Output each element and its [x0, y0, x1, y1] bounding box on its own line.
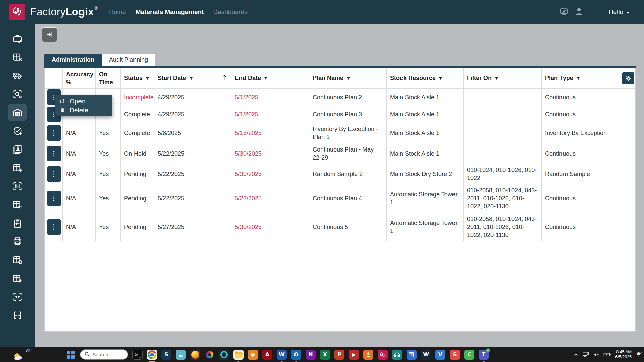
user-icon[interactable] [574, 6, 584, 18]
row-menu-button[interactable] [47, 191, 61, 206]
taskbar-outlook-icon[interactable]: O [291, 350, 301, 360]
taskbar-powerpoint-icon[interactable]: P [334, 350, 344, 360]
row-menu-button[interactable] [47, 125, 61, 141]
nav-item-materials-management[interactable]: Materials Management [136, 8, 204, 16]
network-display-icon[interactable] [582, 351, 589, 358]
table-row[interactable]: N/AYesPending5/27/20255/30/2025Continuou… [45, 213, 636, 241]
taskbar-pointer-app-icon[interactable]: ▶ [349, 350, 359, 360]
sidebar-item-truck-check[interactable] [9, 68, 26, 83]
taskbar-terminal-icon[interactable]: >_ [132, 350, 143, 360]
nav-item-dashboards[interactable]: Dashboards [213, 8, 247, 16]
sidebar-item-table-export[interactable] [9, 160, 26, 175]
col-header-plan_name[interactable]: Plan Name [309, 68, 387, 89]
sidebar-item-contact-card[interactable] [9, 141, 26, 157]
table-row[interactable]: N/AYesPending5/22/20255/23/2025Continuou… [45, 184, 636, 213]
taskbar-workstation-icon[interactable] [407, 350, 417, 360]
taskbar-w-admin-icon[interactable]: W [421, 350, 431, 360]
context-menu-item-delete[interactable]: Delete [55, 106, 112, 115]
taskbar-word-icon[interactable]: W [277, 350, 287, 360]
nav-item-home[interactable]: Home [109, 8, 126, 16]
taskbar-teams-icon[interactable]: T [479, 350, 489, 360]
taskbar-people-app-icon[interactable] [363, 350, 373, 360]
taskbar-visio-icon[interactable]: V [435, 350, 445, 360]
filter-funnel-icon[interactable] [264, 75, 268, 83]
col-header-settings[interactable] [619, 68, 636, 89]
taskbar-acrobat-icon[interactable]: A [262, 350, 272, 360]
factorylogix-logo[interactable] [9, 4, 25, 20]
col-header-plan_type[interactable]: Plan Type [542, 68, 619, 89]
weather-temp: 72° [25, 348, 32, 353]
filter-funnel-icon[interactable] [145, 75, 150, 83]
sidebar-item-scan-search[interactable] [9, 86, 26, 102]
main-panel: AdministrationAudit Planning Accuracy %O… [44, 54, 636, 332]
col-header-stock_resource[interactable]: Stock Resource [387, 68, 464, 89]
taskbar-chrome-icon[interactable] [147, 350, 157, 360]
cell-plan_name: Continuous Plan - May 22-29 [309, 143, 387, 164]
taskbar-search[interactable] [80, 349, 128, 360]
table-row[interactable]: N/AYesPending5/22/20255/30/2025Random Sa… [45, 164, 636, 184]
sidebar-item-expand-horizontal[interactable] [9, 307, 26, 323]
taskbar-camtasia-icon[interactable]: C [464, 350, 474, 360]
taskbar-browser-icon[interactable] [219, 350, 229, 360]
col-header-status[interactable]: Status [121, 68, 154, 89]
sidebar-item-briefcase-edit[interactable] [9, 31, 26, 46]
col-label-accuracy: Accuracy % [66, 71, 93, 86]
col-header-filter_on[interactable]: Filter On [464, 68, 542, 89]
taskbar-notepad-icon[interactable]: ≣ [176, 350, 186, 360]
table-row[interactable]: N/AYesComplete5/8/20255/15/2025Inventory… [45, 123, 636, 143]
sidebar-item-check-plus[interactable] [9, 123, 26, 138]
taskbar-clock[interactable]: 8:45 AM 6/5/2025 [615, 350, 632, 360]
pin-panel-button[interactable] [42, 27, 57, 42]
cell-status: Incomplete [121, 89, 154, 106]
filter-funnel-icon[interactable] [494, 75, 499, 83]
filter-funnel-icon[interactable] [576, 75, 580, 83]
col-header-start_date[interactable]: Start Date [154, 68, 231, 89]
context-menu-item-open[interactable]: Open [55, 97, 112, 106]
sidebar-item-table-import[interactable] [9, 197, 26, 212]
taskbar-onenote-icon[interactable]: N [306, 350, 316, 360]
speaker-icon[interactable] [593, 351, 600, 358]
col-header-end_date[interactable]: End Date [231, 68, 309, 89]
table-row[interactable]: N/AYesOn Hold5/22/20255/30/2025Continuou… [45, 143, 636, 164]
column-settings-button[interactable] [622, 72, 634, 84]
taskbar-excel-icon[interactable]: X [320, 350, 330, 360]
row-menu-button[interactable] [47, 166, 61, 182]
sidebar-item-barcode-scan[interactable] [9, 178, 26, 194]
filter-funnel-icon[interactable] [346, 75, 351, 83]
start-button[interactable] [66, 350, 76, 360]
battery-icon[interactable] [603, 352, 611, 358]
filter-funnel-icon[interactable] [189, 75, 193, 83]
taskbar-firefox-icon[interactable] [190, 350, 200, 360]
cell-start_date: 5/22/2025 [154, 164, 231, 184]
filter-funnel-icon[interactable] [438, 75, 443, 83]
taskbar-file-explorer-icon[interactable] [233, 350, 244, 360]
greeting-label: Hello [609, 8, 623, 16]
sidebar-item-clipboard-return[interactable] [9, 215, 26, 231]
taskbar-org-app-icon[interactable]: ▦ [248, 350, 258, 360]
weather-widget[interactable]: 72° [13, 347, 32, 362]
sidebar-item-table-remove[interactable] [9, 49, 26, 65]
row-menu-button[interactable] [47, 219, 61, 235]
sidebar-item-warehouse[interactable] [8, 104, 27, 121]
sidebar-item-table-add[interactable] [9, 270, 26, 286]
notifications-bell-icon[interactable]: z [635, 351, 642, 358]
sidebar-item-printer[interactable] [9, 234, 26, 249]
search-icon [84, 351, 90, 358]
taskbar-paint-icon[interactable] [205, 350, 215, 360]
taskbar-snagit-icon[interactable]: S [450, 350, 460, 360]
search-input[interactable] [92, 352, 123, 357]
taskbar-screenconnect-icon[interactable]: S [161, 350, 171, 360]
table-row[interactable]: N/ANoIncomplete4/29/20255/1/2025Continuo… [45, 89, 636, 106]
row-menu-button[interactable] [47, 146, 61, 161]
sidebar-item-table-refresh[interactable] [9, 252, 26, 267]
tab-audit-planning[interactable]: Audit Planning [102, 54, 155, 66]
tab-administration[interactable]: Administration [44, 54, 102, 66]
tray-chevron-up-icon[interactable] [574, 352, 578, 357]
taskbar-factory-app-icon[interactable] [392, 350, 402, 360]
status-available-badge [486, 348, 490, 353]
user-menu[interactable]: Hello [609, 8, 630, 16]
table-row[interactable]: Complete4/29/20255/1/2025Continuous Plan… [45, 106, 636, 123]
sidebar-item-collapse-horizontal[interactable] [9, 289, 26, 304]
taskbar-factorylogix-icon[interactable] [378, 350, 388, 360]
monitor-edit-icon[interactable] [559, 7, 569, 17]
